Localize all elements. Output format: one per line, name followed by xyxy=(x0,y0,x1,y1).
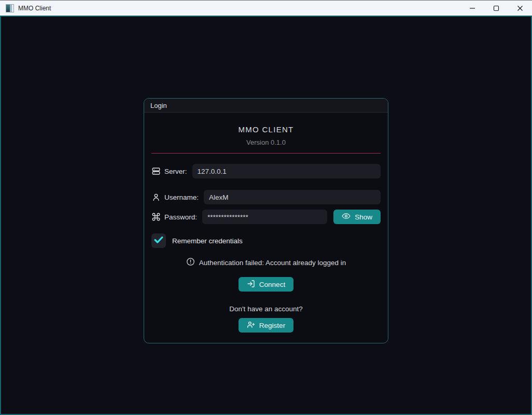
username-input[interactable] xyxy=(204,190,381,204)
server-icon xyxy=(151,167,161,176)
server-row: Server: xyxy=(151,164,381,178)
user-icon xyxy=(151,192,161,202)
register-label: Register xyxy=(259,322,285,329)
register-button[interactable]: Register xyxy=(239,318,293,333)
connect-label: Connect xyxy=(259,281,285,288)
username-label: Username: xyxy=(164,193,199,201)
remember-checkbox[interactable] xyxy=(151,233,166,248)
register-prompt: Don't have an account? xyxy=(151,305,381,313)
password-label: Password: xyxy=(164,213,197,221)
minimize-icon xyxy=(469,5,475,11)
show-password-button[interactable]: Show xyxy=(333,210,381,224)
login-panel-title: Login xyxy=(150,102,167,109)
log-in-icon xyxy=(247,280,255,289)
server-input[interactable] xyxy=(192,164,381,178)
user-plus-icon xyxy=(247,321,255,330)
connect-button[interactable]: Connect xyxy=(239,277,293,292)
window-title: MMO Client xyxy=(18,5,51,12)
password-row: Password: Show xyxy=(151,210,381,224)
password-input[interactable] xyxy=(202,210,327,224)
remember-label: Remember credentials xyxy=(172,237,243,245)
app-content-area: Login MMO CLIENT Version 0.1.0 xyxy=(0,16,532,415)
check-icon xyxy=(153,234,164,247)
command-icon xyxy=(151,212,161,222)
error-message: Authentication failed: Account already l… xyxy=(199,259,346,267)
magenta-separator xyxy=(151,153,381,154)
maximize-button[interactable] xyxy=(484,1,508,16)
app-title: MMO CLIENT xyxy=(151,125,381,134)
eye-icon xyxy=(342,212,351,222)
login-panel: Login MMO CLIENT Version 0.1.0 xyxy=(144,98,388,343)
show-password-label: Show xyxy=(355,213,372,221)
login-panel-header: Login xyxy=(144,99,388,113)
error-message-row: Authentication failed: Account already l… xyxy=(151,257,381,268)
close-icon xyxy=(517,5,523,11)
app-icon xyxy=(6,4,14,12)
remember-row: Remember credentials xyxy=(151,233,381,248)
window-titlebar: MMO Client xyxy=(0,0,532,16)
close-button[interactable] xyxy=(508,1,532,16)
server-label: Server: xyxy=(164,168,187,175)
username-row: Username: xyxy=(151,190,381,204)
alert-circle-icon xyxy=(186,257,195,268)
minimize-button[interactable] xyxy=(460,1,484,16)
version-label: Version 0.1.0 xyxy=(151,139,381,146)
maximize-icon xyxy=(493,5,499,11)
